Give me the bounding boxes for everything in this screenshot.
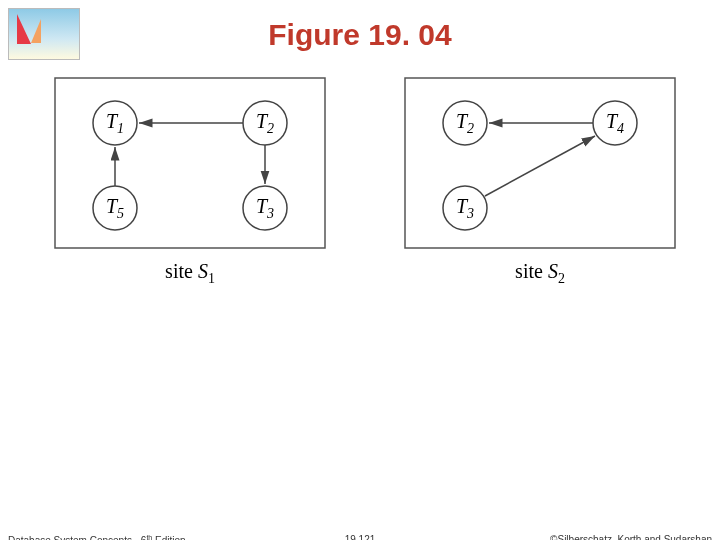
svg-rect-1 — [405, 78, 675, 248]
footer-right: ©Silberschatz, Korth and Sudarshan — [550, 534, 712, 540]
edge-T3-T4 — [485, 136, 595, 196]
site1-group: T1 T2 T5 T3 site S1 — [55, 78, 325, 286]
site2-group: T2 T4 T3 site S2 — [405, 78, 675, 286]
figure-title: Figure 19. 04 — [0, 18, 720, 52]
diagram-container: T1 T2 T5 T3 site S1 T2 T4 — [45, 68, 685, 298]
site2-caption: site S2 — [515, 260, 565, 286]
site1-caption: site S1 — [165, 260, 215, 286]
svg-rect-0 — [55, 78, 325, 248]
